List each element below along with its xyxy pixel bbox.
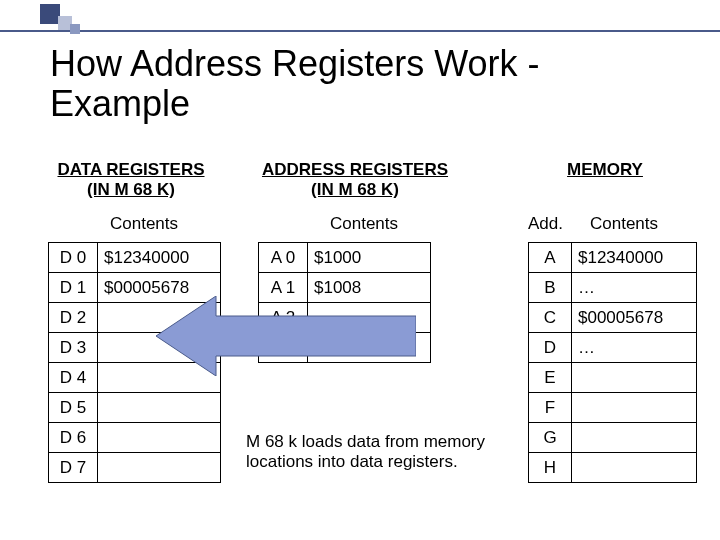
table-row: E: [529, 363, 697, 393]
memory-table: A$12340000B…C$00005678D…EFGH: [528, 242, 697, 483]
deco-square-1: [40, 4, 60, 24]
subhead-mem-add: Add.: [528, 214, 563, 234]
cell-label: C: [529, 303, 572, 333]
cell-label: D 7: [49, 453, 98, 483]
cell-value: $12340000: [98, 243, 221, 273]
table-row: D…: [529, 333, 697, 363]
table-row: H: [529, 453, 697, 483]
cell-label: D 2: [49, 303, 98, 333]
table-row: A 2: [259, 303, 431, 333]
table-row: B…: [529, 273, 697, 303]
cell-label: D 6: [49, 423, 98, 453]
cell-value: [98, 453, 221, 483]
cell-label: F: [529, 393, 572, 423]
cell-value: [572, 423, 697, 453]
cell-value: [98, 303, 221, 333]
slide-title: How Address Registers Work - Example: [50, 44, 670, 124]
cell-label: D 0: [49, 243, 98, 273]
cell-value: [572, 393, 697, 423]
header-rule: [0, 30, 720, 32]
table-row: D 4: [49, 363, 221, 393]
cell-value: $1000: [308, 243, 431, 273]
cell-value: …: [572, 273, 697, 303]
cell-label: D 3: [49, 333, 98, 363]
slide: How Address Registers Work - Example DAT…: [0, 0, 720, 540]
table-row: D 1$00005678: [49, 273, 221, 303]
address-registers-table: A 0$1000A 1$1008A 2A 5: [258, 242, 431, 363]
cell-value: [98, 363, 221, 393]
cell-label: G: [529, 423, 572, 453]
table-row: A 5: [259, 333, 431, 363]
header-decoration: [0, 4, 720, 38]
heading-data-registers: DATA REGISTERS (IN M 68 K): [46, 160, 216, 200]
subhead-data-contents: Contents: [110, 214, 178, 234]
cell-label: A 2: [259, 303, 308, 333]
cell-label: D 5: [49, 393, 98, 423]
cell-value: [98, 393, 221, 423]
cell-label: B: [529, 273, 572, 303]
cell-value: [308, 333, 431, 363]
cell-value: [308, 303, 431, 333]
cell-value: [572, 363, 697, 393]
cell-label: A 0: [259, 243, 308, 273]
cell-value: [98, 333, 221, 363]
cell-label: D 1: [49, 273, 98, 303]
cell-label: A 1: [259, 273, 308, 303]
table-row: D 3: [49, 333, 221, 363]
cell-value: $00005678: [98, 273, 221, 303]
cell-label: A: [529, 243, 572, 273]
cell-label: H: [529, 453, 572, 483]
table-row: D 0$12340000: [49, 243, 221, 273]
cell-label: E: [529, 363, 572, 393]
cell-label: D: [529, 333, 572, 363]
subhead-addr-contents: Contents: [330, 214, 398, 234]
cell-value: $00005678: [572, 303, 697, 333]
table-row: A 0$1000: [259, 243, 431, 273]
cell-value: $12340000: [572, 243, 697, 273]
cell-value: …: [572, 333, 697, 363]
table-row: D 5: [49, 393, 221, 423]
deco-square-3: [70, 24, 80, 34]
heading-memory: MEMORY: [540, 160, 670, 180]
table-row: A 1$1008: [259, 273, 431, 303]
table-row: G: [529, 423, 697, 453]
table-row: D 6: [49, 423, 221, 453]
data-registers-table: D 0$12340000D 1$00005678D 2D 3D 4D 5D 6D…: [48, 242, 221, 483]
subhead-mem-contents: Contents: [590, 214, 658, 234]
cell-label: A 5: [259, 333, 308, 363]
cell-value: $1008: [308, 273, 431, 303]
table-row: D 2: [49, 303, 221, 333]
table-row: D 7: [49, 453, 221, 483]
footnote: M 68 k loads data from memory locations …: [246, 432, 486, 472]
table-row: A$12340000: [529, 243, 697, 273]
cell-label: D 4: [49, 363, 98, 393]
cell-value: [98, 423, 221, 453]
table-row: F: [529, 393, 697, 423]
cell-value: [572, 453, 697, 483]
heading-address-registers: ADDRESS REGISTERS (IN M 68 K): [250, 160, 460, 200]
table-row: C$00005678: [529, 303, 697, 333]
